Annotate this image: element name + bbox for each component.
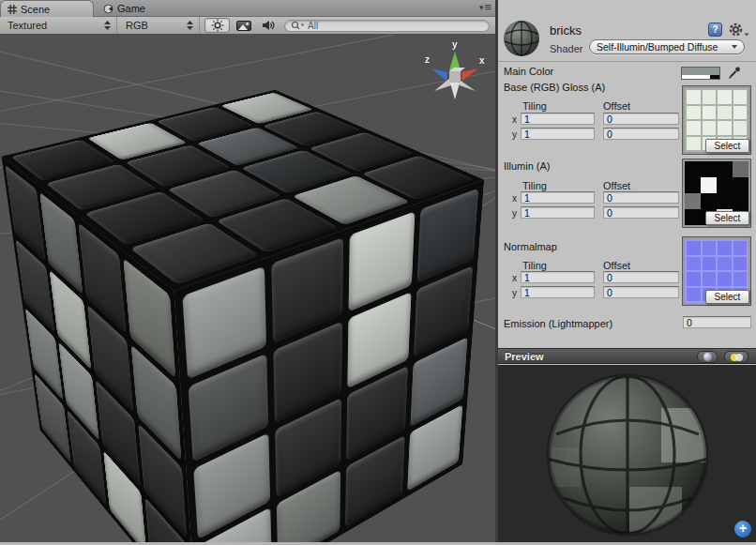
base-tiling-y-field[interactable] [521, 128, 595, 140]
texture-tile [701, 161, 717, 177]
offset-header: Offset [603, 180, 630, 191]
scene-tabbar: Scene Game ▾≡ [0, 0, 496, 17]
material-name: bricks [550, 23, 582, 38]
material-preview-thumbnail[interactable] [504, 21, 539, 56]
illumin-tiling-x-field[interactable] [521, 191, 595, 204]
grid-icon [8, 5, 17, 14]
base-texture-select-button[interactable]: Select [705, 139, 749, 153]
scene-toolbar: Textured RGB [0, 17, 496, 35]
texture-tile [717, 193, 733, 209]
normalmap-tiling-y-field[interactable] [521, 286, 595, 298]
scene-panel-menu-icon[interactable]: ▾≡ [479, 3, 492, 12]
tiling-header: Tiling [522, 100, 547, 112]
texture-tile [703, 90, 717, 104]
scene-tab-label: Scene [21, 4, 50, 15]
normalmap-offset-x-field[interactable] [603, 271, 679, 283]
y-axis-label: y [512, 288, 517, 298]
texture-tile [703, 106, 717, 120]
texture-tile [703, 121, 717, 135]
sphere-grid-icon [504, 21, 539, 56]
gizmo-x-label: x [479, 55, 485, 66]
texture-tile [718, 272, 732, 286]
unity-editor-window: Scene Game ▾≡ Textured RGB [0, 0, 756, 545]
preview-sphere [543, 369, 712, 537]
texture-tile [733, 272, 748, 286]
texture-tile [687, 106, 701, 120]
texture-tile [685, 161, 701, 177]
add-preview-button[interactable]: + [734, 521, 751, 537]
alpha-bar [682, 75, 719, 79]
preview-title: Preview [505, 351, 544, 362]
texture-tile [718, 121, 732, 135]
shader-value: Self-Illumin/Bumped Diffuse [597, 41, 718, 53]
updown-arrows-icon [187, 21, 193, 30]
scene-lighting-toggle[interactable] [204, 18, 230, 33]
sphere-icon [703, 353, 712, 361]
eyedropper-icon[interactable] [728, 66, 742, 80]
tab-scene[interactable]: Scene [0, 0, 94, 17]
scene-search-input[interactable]: All [284, 20, 490, 32]
gizmo-center-cube[interactable] [449, 71, 461, 83]
preview-header[interactable]: Preview [498, 348, 756, 364]
normalmap-texture-select-button[interactable]: Select [705, 290, 749, 304]
offset-header: Offset [603, 260, 630, 271]
preview-lighting-button[interactable] [724, 351, 748, 363]
material-preview-area[interactable]: + [498, 365, 756, 542]
texture-tile [687, 90, 701, 104]
texture-tile [733, 161, 748, 177]
shader-dropdown[interactable]: Self-Illumin/Bumped Diffuse [589, 39, 745, 54]
texture-tile [685, 209, 701, 225]
normalmap-offset-y-field[interactable] [603, 286, 679, 298]
preview-shape-button[interactable] [697, 351, 718, 363]
inspector-panel: bricks Shader Self-Illumin/Bumped Diffus… [498, 0, 756, 545]
base-offset-y-field[interactable] [603, 128, 679, 140]
texture-tile [685, 193, 701, 209]
illumin-offset-x-field[interactable] [603, 191, 679, 204]
game-tab-label: Game [117, 3, 145, 14]
gizmo-x-axis[interactable] [461, 68, 478, 81]
gizmo-z-axis[interactable] [431, 68, 447, 81]
scene-effects-toggle[interactable] [233, 18, 255, 33]
image-icon [236, 21, 251, 31]
base-offset-x-field[interactable] [603, 113, 679, 125]
texture-tile [733, 257, 748, 271]
x-axis-label: x [512, 193, 517, 204]
texture-tile [687, 137, 701, 151]
texture-tile [733, 90, 748, 104]
y-axis-label: y [512, 129, 517, 140]
texture-tile [703, 257, 717, 271]
tab-game[interactable]: Game [103, 0, 145, 17]
texture-tile [733, 121, 748, 135]
main-color-label: Main Color [504, 66, 553, 77]
scene-audio-toggle[interactable] [257, 18, 280, 33]
base-tiling-x-field[interactable] [521, 113, 595, 125]
draw-mode-dropdown[interactable]: Textured [0, 17, 117, 34]
base-texture-label: Base (RGB) Gloss (A) [504, 82, 605, 93]
texture-tile [718, 106, 732, 120]
channels-dropdown[interactable]: RGB [118, 17, 200, 34]
normalmap-tiling-x-field[interactable] [521, 271, 595, 283]
texture-tile [703, 272, 717, 286]
texture-tile [687, 241, 701, 255]
material-options-button[interactable] [729, 23, 749, 37]
x-axis-label: x [512, 273, 517, 283]
texture-tile [717, 161, 733, 177]
texture-tile [718, 241, 732, 255]
illumin-offset-y-field[interactable] [603, 206, 679, 219]
help-icon[interactable]: ? [708, 23, 722, 37]
emission-field[interactable] [683, 316, 751, 328]
texture-tile [717, 177, 733, 193]
scene-object-cube[interactable] [0, 72, 496, 542]
scene-viewport[interactable]: y x z [0, 35, 496, 542]
search-filter-text: All [308, 21, 318, 31]
material-header: bricks Shader Self-Illumin/Bumped Diffus… [498, 18, 756, 62]
main-color-swatch[interactable] [681, 67, 720, 80]
illumin-texture-select-button[interactable]: Select [705, 211, 749, 225]
gizmo-z-label: z [425, 54, 430, 65]
texture-tile [718, 257, 732, 271]
illumin-tiling-y-field[interactable] [521, 206, 595, 219]
texture-tile [687, 257, 701, 271]
gear-icon [729, 23, 743, 37]
scene-orientation-gizmo[interactable]: y x z [419, 38, 491, 109]
texture-tile [701, 193, 717, 209]
